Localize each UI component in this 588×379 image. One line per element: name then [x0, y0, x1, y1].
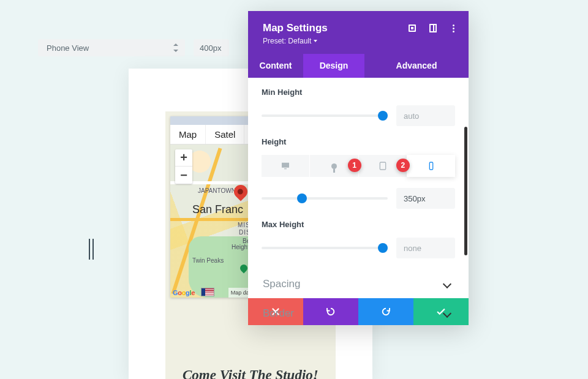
accordion-border[interactable]: Border	[262, 299, 455, 328]
map-label-japantown: JAPANTOWN	[198, 187, 236, 194]
accordion-border-label: Border	[263, 307, 294, 320]
dropdown-triangle-icon	[314, 40, 317, 42]
zoom-in-button[interactable]: +	[175, 149, 192, 167]
us-shield-icon	[201, 288, 214, 296]
ruler-mark	[89, 239, 94, 260]
accordion-spacing-label: Spacing	[263, 278, 300, 290]
tab-advanced[interactable]: Advanced	[364, 54, 469, 78]
updown-icon	[173, 43, 179, 52]
view-mode-label: Phone View	[47, 43, 89, 53]
kebab-icon	[453, 24, 455, 32]
view-mode-select[interactable]: Phone View	[38, 39, 185, 56]
desktop-icon	[281, 161, 290, 171]
chevron-down-icon	[443, 280, 451, 288]
annotation-badge-2: 2	[396, 159, 410, 172]
chevron-down-icon	[443, 309, 451, 318]
height-input[interactable]: 350px	[396, 188, 455, 209]
annotation-badge-1: 1	[348, 159, 361, 172]
responsive-tab-desktop[interactable]	[262, 155, 309, 177]
height-row: 350px	[262, 188, 455, 209]
pin-icon	[331, 163, 337, 169]
preset-label: Preset: Default	[263, 37, 311, 45]
preview-controls: Phone View 400px	[38, 39, 229, 56]
min-height-slider[interactable]	[262, 114, 388, 117]
preview-width-select[interactable]: 400px	[194, 39, 229, 56]
max-height-slider[interactable]	[262, 247, 388, 249]
svg-rect-0	[380, 162, 385, 170]
map-tab-satellite[interactable]: Satel	[206, 125, 244, 144]
max-height-row: none	[262, 238, 455, 258]
phone-icon	[426, 161, 436, 171]
accordion-spacing[interactable]: Spacing	[262, 269, 455, 299]
tab-design[interactable]: Design	[303, 54, 364, 78]
preview-width-label: 400px	[200, 43, 221, 53]
panel-tabs: Content Design Advanced	[248, 54, 469, 78]
slider-knob[interactable]	[297, 193, 307, 203]
zoom-control: + −	[175, 149, 192, 184]
expand-button[interactable]	[407, 23, 417, 33]
responsive-tabs: 1 2	[262, 155, 455, 177]
map-label-twinpeaks: Twin Peaks	[192, 257, 224, 264]
more-button[interactable]	[449, 23, 459, 33]
min-height-row: auto	[262, 105, 455, 126]
google-logo: Google	[173, 289, 195, 296]
svg-rect-1	[429, 162, 432, 170]
height-slider[interactable]	[262, 197, 388, 200]
panel-header[interactable]: Map Settings Preset: Default	[248, 11, 469, 54]
slider-knob[interactable]	[378, 243, 388, 253]
layout-button[interactable]	[428, 23, 438, 33]
responsive-tab-phone[interactable]: 2	[407, 155, 455, 177]
map-tab-map[interactable]: Map	[170, 125, 206, 144]
slider-knob[interactable]	[378, 111, 388, 121]
settings-panel: Map Settings Preset: Default Content Des…	[248, 11, 469, 325]
zoom-out-button[interactable]: −	[175, 167, 192, 184]
height-label: Height	[262, 137, 455, 146]
scrollbar-thumb[interactable]	[464, 127, 467, 255]
map-marker-icon[interactable]	[231, 182, 250, 201]
panel-layout-icon	[429, 24, 437, 32]
expand-icon	[409, 24, 416, 32]
map-city-label: San Franc	[192, 203, 243, 216]
preset-select[interactable]: Preset: Default	[263, 37, 456, 45]
min-height-input[interactable]: auto	[396, 105, 455, 126]
section-heading: Come Visit The Studio!	[183, 367, 318, 379]
max-height-input[interactable]: none	[396, 238, 455, 258]
tablet-icon	[378, 161, 388, 171]
panel-body[interactable]: Min Height auto Height 1 2	[248, 78, 469, 298]
tab-content[interactable]: Content	[248, 54, 303, 78]
min-height-label: Min Height	[262, 88, 455, 97]
max-height-label: Max Height	[262, 220, 455, 229]
